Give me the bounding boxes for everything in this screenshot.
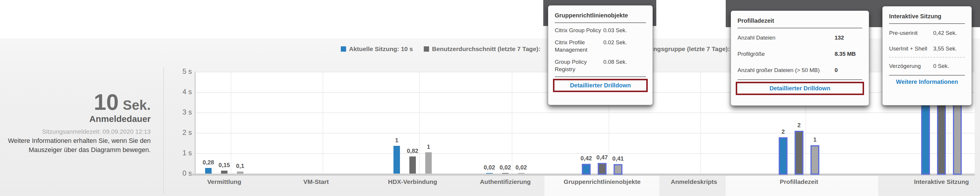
tooltip-row-value: 0.02 Sek. — [603, 39, 646, 53]
y-axis-tick-label: 4 s — [173, 88, 192, 96]
more-information-link[interactable]: Weitere Informationen — [889, 79, 965, 85]
tooltip-row: Citrix Profile Management 0.02 Sek. — [555, 36, 646, 56]
bar-current[interactable] — [582, 164, 591, 175]
h-gridline-1s — [196, 153, 975, 154]
tooltip-row-label: Citrix Group Policy — [555, 27, 603, 34]
y-axis-tick-label: 0 s — [173, 169, 192, 177]
v-gridline — [700, 72, 701, 174]
tooltip-row-label: UserInit + Shell — [889, 45, 933, 52]
y-axis-tick-label: 2 s — [173, 129, 192, 137]
tooltip-row-label: Profilgröße — [738, 50, 835, 58]
bar-user_avg[interactable] — [502, 173, 509, 174]
tooltip-interactive-title: Interaktive Sitzung — [889, 13, 965, 20]
bar-value-label: 1 — [383, 137, 410, 144]
tooltip-divider — [555, 76, 646, 77]
tooltip-gpo: Gruppenrichtlinienobjekte Citrix Group P… — [548, 5, 653, 105]
tooltip-row-value: 3,55 Sek. — [933, 45, 965, 52]
tooltip-row-value: 0 — [835, 66, 862, 74]
bar-group_avg[interactable] — [518, 173, 525, 174]
v-gridline — [512, 72, 512, 174]
bar-value-label: 0,41 — [605, 155, 631, 162]
bar-user_avg[interactable] — [409, 156, 416, 174]
category-label: Authentifizierung — [449, 178, 561, 185]
v-gridline — [419, 72, 420, 174]
tooltip-interactive-session: Interaktive Sitzung Pre-userinit 0,42 Se… — [882, 6, 972, 105]
h-gridline-3s — [196, 112, 975, 113]
tooltip-row: Group Policy Registry 0.08 Sek. — [555, 56, 646, 75]
tooltip-divider — [889, 23, 965, 24]
tooltip-row-value: 0,42 Sek. — [933, 29, 965, 37]
tooltip-row: Pre-userinit 0,42 Sek. — [889, 25, 965, 41]
category-label: Anmeldeskripts — [638, 178, 750, 185]
tooltip-divider — [889, 75, 965, 76]
tooltip-row-label: Citrix Profile Management — [555, 39, 603, 53]
tooltip-divider — [738, 79, 862, 80]
tooltip-row-label: Verzögerung — [889, 62, 933, 70]
category-label: Profilladezeit — [743, 178, 855, 185]
tooltip-profile-title: Profilladezeit — [738, 18, 862, 24]
logon-duration-dashboard: 10 Sek. Anmeldedauer Sitzungsanmeldezeit… — [0, 0, 980, 196]
tooltip-row-label: Pre-userinit — [889, 29, 933, 37]
tooltip-row: Anzahl großer Dateien (> 50 MB) 0 — [738, 62, 862, 78]
tooltip-row: UserInit + Shell 3,55 Sek. — [889, 41, 965, 56]
tooltip-row-value: 0.03 Sek. — [603, 27, 646, 34]
bar-current[interactable] — [486, 173, 493, 174]
bar-value-label: 1 — [802, 137, 828, 143]
bar-user_avg[interactable] — [221, 170, 228, 174]
tooltip-row-label: Group Policy Registry — [555, 58, 603, 73]
tooltip-row-label: Anzahl Dateien — [738, 34, 835, 41]
tooltip-row-value: 0 Sek. — [933, 62, 965, 70]
bar-group_avg[interactable] — [810, 145, 819, 175]
bar-user_avg[interactable] — [598, 163, 606, 175]
tooltip-row-label: Anzahl großer Dateien (> 50 MB) — [738, 66, 835, 74]
bar-group_avg[interactable] — [614, 164, 622, 175]
tooltip-row-value: 0.08 Sek. — [603, 58, 646, 73]
y-axis-tick-label: 1 s — [173, 149, 192, 157]
bar-value-label: 0,02 — [508, 164, 535, 171]
bar-value-label: 2 — [770, 129, 796, 135]
bar-value-label: 1 — [415, 143, 442, 150]
y-axis-tick-label: 3 s — [173, 108, 192, 116]
bar-value-label: 2 — [786, 122, 812, 129]
y-axis-tick-label: 5 s — [173, 67, 192, 76]
h-gridline-2s — [196, 133, 975, 133]
bar-group_avg[interactable] — [425, 152, 432, 174]
bar-current[interactable] — [205, 168, 212, 174]
tooltip-row: Citrix Group Policy 0.03 Sek. — [555, 24, 646, 36]
tooltip-row-value: 8.35 MB — [835, 50, 862, 58]
category-label: VM-Start — [260, 178, 372, 185]
detailed-drilldown-link[interactable]: Detaillierter Drilldown — [570, 82, 631, 88]
v-gridline — [323, 72, 323, 174]
bar-current[interactable] — [393, 146, 400, 174]
tooltip-divider — [555, 22, 646, 23]
detailed-drilldown-link[interactable]: Detaillierter Drilldown — [770, 85, 830, 92]
bar-value-label: 0,1 — [227, 163, 253, 169]
annotation-red-box: Detaillierter Drilldown — [553, 79, 648, 92]
category-label: Interaktive Sitzung — [886, 178, 980, 185]
tooltip-gpo-title: Gruppenrichtlinienobjekte — [555, 12, 646, 19]
bar-group_avg[interactable] — [237, 172, 243, 174]
annotation-red-box: Detaillierter Drilldown — [736, 82, 864, 95]
tooltip-dashed-divider — [889, 57, 965, 58]
v-gridline — [231, 72, 231, 174]
tooltip-row: Verzögerung 0 Sek. — [889, 58, 965, 74]
tooltip-profile-load: Profilladezeit Anzahl Dateien 132 Profil… — [731, 11, 869, 106]
bar-current[interactable] — [779, 137, 788, 175]
tooltip-row-value: 132 — [835, 34, 862, 41]
tooltip-divider — [738, 28, 862, 28]
tooltip-row: Anzahl Dateien 132 — [738, 29, 862, 46]
tooltip-row: Profilgröße 8.35 MB — [738, 46, 862, 62]
